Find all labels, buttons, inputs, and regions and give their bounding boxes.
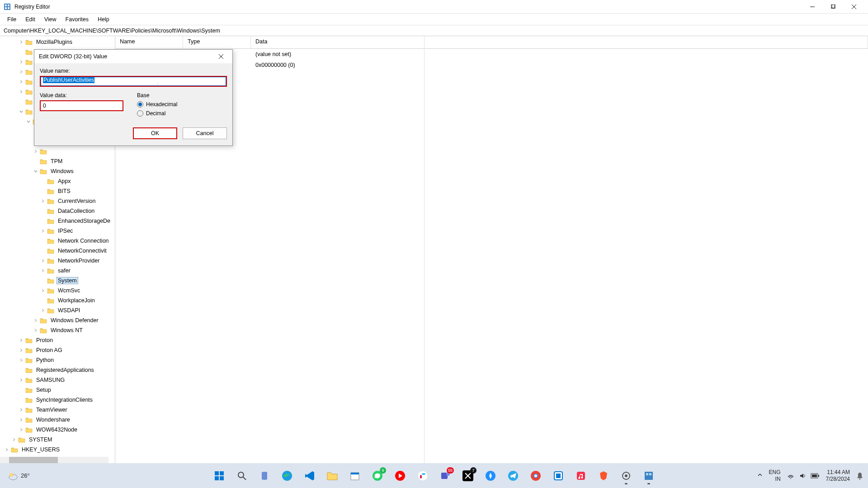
whatsapp-button[interactable]: 9 bbox=[368, 466, 387, 485]
tree-item[interactable]: HKEY_USERS bbox=[0, 445, 115, 455]
search-button[interactable] bbox=[232, 466, 251, 485]
tree-item[interactable]: WorkplaceJoin bbox=[0, 296, 115, 305]
edge-button[interactable] bbox=[278, 466, 297, 485]
radio-decimal[interactable]: Decimal bbox=[137, 110, 227, 117]
tree-item[interactable]: Network Connection bbox=[0, 236, 115, 246]
chevron-right-icon[interactable] bbox=[40, 287, 46, 294]
tray-chevron[interactable] bbox=[757, 472, 763, 479]
chevron-right-icon[interactable] bbox=[18, 407, 24, 413]
chevron-right-icon[interactable] bbox=[18, 89, 24, 95]
value-name-input[interactable]: PublishUserActivities bbox=[40, 76, 227, 87]
chevron-down-icon[interactable] bbox=[18, 108, 24, 115]
music-button[interactable] bbox=[571, 466, 590, 485]
menu-help[interactable]: Help bbox=[93, 15, 114, 24]
menu-view[interactable]: View bbox=[40, 15, 61, 24]
tree-item[interactable]: WOW6432Node bbox=[0, 425, 115, 435]
copilot-button[interactable] bbox=[255, 466, 274, 485]
explorer-button[interactable] bbox=[323, 466, 342, 485]
language-indicator[interactable]: ENG IN bbox=[769, 469, 781, 482]
chevron-down-icon[interactable] bbox=[33, 168, 39, 174]
chevron-right-icon[interactable] bbox=[33, 317, 39, 324]
col-name-header[interactable]: Name bbox=[115, 36, 183, 48]
tree-item[interactable]: SyncIntegrationClients bbox=[0, 395, 115, 405]
tree-item[interactable]: Setup bbox=[0, 385, 115, 395]
tree-item[interactable]: Appx bbox=[0, 176, 115, 186]
tree-item[interactable]: Wondershare bbox=[0, 415, 115, 425]
tree-item[interactable]: TeamViewer bbox=[0, 405, 115, 415]
menu-favorites[interactable]: Favorites bbox=[61, 15, 93, 24]
tree-item[interactable]: EnhancedStorageDe bbox=[0, 216, 115, 226]
wifi-icon[interactable] bbox=[787, 472, 794, 479]
chevron-right-icon[interactable] bbox=[33, 148, 39, 155]
tree-item[interactable]: SAMSUNG bbox=[0, 375, 115, 385]
youtube-music-button[interactable] bbox=[391, 466, 410, 485]
app-button[interactable] bbox=[549, 466, 568, 485]
chevron-right-icon[interactable] bbox=[18, 417, 24, 423]
calendar-button[interactable] bbox=[345, 466, 364, 485]
chevron-right-icon[interactable] bbox=[40, 228, 46, 234]
close-button[interactable] bbox=[844, 0, 864, 14]
dialog-close-button[interactable] bbox=[214, 50, 228, 63]
regedit-taskbar-button[interactable] bbox=[639, 466, 658, 485]
vscode-button[interactable] bbox=[300, 466, 319, 485]
teams-button[interactable]: 55 bbox=[436, 466, 455, 485]
value-data-input[interactable] bbox=[40, 100, 123, 111]
tree-item[interactable]: BITS bbox=[0, 186, 115, 196]
brave-button[interactable] bbox=[594, 466, 613, 485]
start-button[interactable] bbox=[210, 466, 229, 485]
chevron-right-icon[interactable] bbox=[18, 427, 24, 433]
cancel-button[interactable]: Cancel bbox=[183, 127, 227, 139]
chevron-right-icon[interactable] bbox=[11, 436, 17, 443]
tree-item[interactable]: DataCollection bbox=[0, 206, 115, 216]
minimize-button[interactable] bbox=[802, 0, 823, 14]
chevron-right-icon[interactable] bbox=[40, 307, 46, 314]
chevron-right-icon[interactable] bbox=[40, 258, 46, 264]
safari-button[interactable] bbox=[481, 466, 500, 485]
clock[interactable]: 11:44 AM 7/28/2024 bbox=[826, 469, 850, 482]
tree-item[interactable]: RegisteredApplications bbox=[0, 365, 115, 375]
tree-item[interactable]: WSDAPI bbox=[0, 305, 115, 315]
chevron-right-icon[interactable] bbox=[33, 327, 39, 333]
volume-icon[interactable] bbox=[799, 472, 806, 479]
tree-item[interactable]: IPSec bbox=[0, 226, 115, 236]
chevron-right-icon[interactable] bbox=[18, 59, 24, 65]
maximize-button[interactable] bbox=[823, 0, 844, 14]
settings-button[interactable] bbox=[617, 466, 636, 485]
tree-item[interactable]: safer bbox=[0, 266, 115, 276]
tree-item[interactable]: SYSTEM bbox=[0, 435, 115, 445]
tree-item[interactable]: WcmSvc bbox=[0, 286, 115, 296]
tree-item[interactable]: Windows Defender bbox=[0, 315, 115, 325]
menu-edit[interactable]: Edit bbox=[21, 15, 40, 24]
chevron-right-icon[interactable] bbox=[18, 69, 24, 75]
chevron-right-icon[interactable] bbox=[18, 39, 24, 45]
dialog-titlebar[interactable]: Edit DWORD (32-bit) Value bbox=[34, 50, 232, 63]
ok-button[interactable]: OK bbox=[133, 127, 177, 139]
chevron-right-icon[interactable] bbox=[40, 198, 46, 204]
chevron-down-icon[interactable] bbox=[25, 118, 32, 125]
chevron-right-icon[interactable] bbox=[18, 337, 24, 343]
tree-item[interactable]: Python bbox=[0, 355, 115, 365]
chevron-right-icon[interactable] bbox=[18, 377, 24, 383]
tree-item[interactable]: Proton AG bbox=[0, 345, 115, 355]
tree-item[interactable]: System bbox=[0, 276, 115, 286]
telegram-button[interactable] bbox=[504, 466, 523, 485]
col-data-header[interactable]: Data bbox=[251, 36, 868, 48]
chevron-right-icon[interactable] bbox=[4, 446, 10, 453]
notifications-icon[interactable] bbox=[856, 472, 863, 480]
address-bar[interactable]: Computer\HKEY_LOCAL_MACHINE\SOFTWARE\Pol… bbox=[0, 25, 868, 36]
chevron-right-icon[interactable] bbox=[18, 79, 24, 85]
menu-file[interactable]: File bbox=[3, 15, 21, 24]
tree-item[interactable]: Windows bbox=[0, 166, 115, 176]
tree-item[interactable]: CurrentVersion bbox=[0, 196, 115, 206]
tree-item[interactable]: MozillaPlugins bbox=[0, 37, 115, 47]
x-button[interactable]: 7 bbox=[458, 466, 477, 485]
battery-icon[interactable] bbox=[811, 473, 820, 479]
tree-item[interactable]: Proton bbox=[0, 335, 115, 345]
weather-widget[interactable]: 26° bbox=[8, 471, 30, 481]
chevron-right-icon[interactable] bbox=[40, 267, 46, 274]
chrome-button[interactable] bbox=[526, 466, 545, 485]
tree-item[interactable]: TPM bbox=[0, 156, 115, 166]
radio-hexadecimal[interactable]: Hexadecimal bbox=[137, 101, 227, 108]
tree-item[interactable] bbox=[0, 146, 115, 156]
tree-item[interactable]: NetworkProvider bbox=[0, 256, 115, 266]
